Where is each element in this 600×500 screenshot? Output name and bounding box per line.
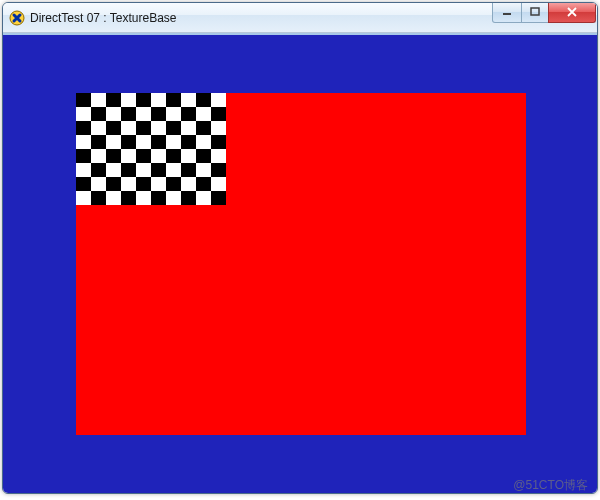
checker-cell [196, 107, 211, 121]
checker-cell [91, 135, 106, 149]
checker-cell [181, 149, 196, 163]
checker-cell [91, 107, 106, 121]
checker-cell [151, 163, 166, 177]
checker-cell [121, 121, 136, 135]
checker-cell [121, 191, 136, 205]
checker-cell [106, 191, 121, 205]
checker-cell [106, 135, 121, 149]
window-title: DirectTest 07 : TextureBase [30, 3, 493, 33]
checker-cell [166, 107, 181, 121]
client-area [3, 33, 597, 493]
checker-cell [181, 163, 196, 177]
checker-cell [91, 121, 106, 135]
checker-cell [76, 107, 91, 121]
checker-cell [136, 177, 151, 191]
checker-cell [211, 93, 226, 107]
checker-cell [76, 163, 91, 177]
checker-cell [151, 191, 166, 205]
checker-cell [136, 107, 151, 121]
app-icon [9, 10, 25, 26]
checker-cell [181, 107, 196, 121]
checker-cell [121, 107, 136, 121]
checker-cell [181, 121, 196, 135]
maximize-icon [530, 7, 540, 17]
checker-cell [76, 149, 91, 163]
checker-cell [196, 121, 211, 135]
checker-cell [166, 177, 181, 191]
checker-cell [121, 163, 136, 177]
checker-cell [211, 121, 226, 135]
checker-cell [136, 191, 151, 205]
checker-cell [211, 107, 226, 121]
checker-cell [76, 135, 91, 149]
checker-cell [166, 135, 181, 149]
checker-cell [151, 93, 166, 107]
checker-cell [151, 135, 166, 149]
minimize-button[interactable] [492, 3, 522, 23]
checker-cell [166, 93, 181, 107]
checker-cell [181, 177, 196, 191]
checker-cell [166, 121, 181, 135]
checker-cell [151, 177, 166, 191]
close-button[interactable] [548, 3, 596, 23]
checker-cell [121, 149, 136, 163]
checker-cell [196, 177, 211, 191]
checker-cell [91, 163, 106, 177]
checker-cell [196, 191, 211, 205]
checker-cell [196, 135, 211, 149]
svg-rect-1 [503, 13, 511, 15]
checker-cell [136, 149, 151, 163]
checker-cell [136, 121, 151, 135]
checker-cell [136, 135, 151, 149]
checker-texture [76, 93, 226, 205]
watermark-text: @51CTO博客 [513, 477, 588, 494]
checker-cell [76, 93, 91, 107]
checker-cell [106, 121, 121, 135]
checker-cell [211, 135, 226, 149]
checker-cell [121, 135, 136, 149]
checker-cell [181, 93, 196, 107]
checker-cell [76, 191, 91, 205]
checker-cell [76, 121, 91, 135]
checker-cell [106, 107, 121, 121]
checker-cell [106, 149, 121, 163]
svg-rect-2 [531, 8, 539, 15]
checker-cell [76, 177, 91, 191]
checker-cell [136, 163, 151, 177]
checker-cell [106, 93, 121, 107]
checker-cell [151, 149, 166, 163]
checker-cell [196, 163, 211, 177]
checker-cell [166, 191, 181, 205]
checker-cell [91, 177, 106, 191]
checker-cell [91, 149, 106, 163]
checker-cell [121, 177, 136, 191]
checker-cell [151, 107, 166, 121]
checker-cell [91, 191, 106, 205]
checker-cell [166, 163, 181, 177]
checker-cell [196, 149, 211, 163]
maximize-button[interactable] [521, 3, 549, 23]
checker-cell [121, 93, 136, 107]
render-quad [76, 93, 526, 435]
checker-cell [211, 191, 226, 205]
checker-cell [211, 177, 226, 191]
checker-cell [196, 93, 211, 107]
checker-cell [136, 93, 151, 107]
checker-cell [106, 177, 121, 191]
close-icon [566, 7, 578, 17]
minimize-icon [502, 7, 512, 17]
checker-cell [181, 191, 196, 205]
checker-cell [181, 135, 196, 149]
checker-cell [106, 163, 121, 177]
titlebar[interactable]: DirectTest 07 : TextureBase [3, 3, 597, 33]
checker-cell [166, 149, 181, 163]
checker-cell [91, 93, 106, 107]
checker-cell [211, 149, 226, 163]
window-controls [493, 3, 596, 23]
checker-cell [151, 121, 166, 135]
window-frame: DirectTest 07 : TextureBase [2, 2, 598, 494]
checker-cell [211, 163, 226, 177]
